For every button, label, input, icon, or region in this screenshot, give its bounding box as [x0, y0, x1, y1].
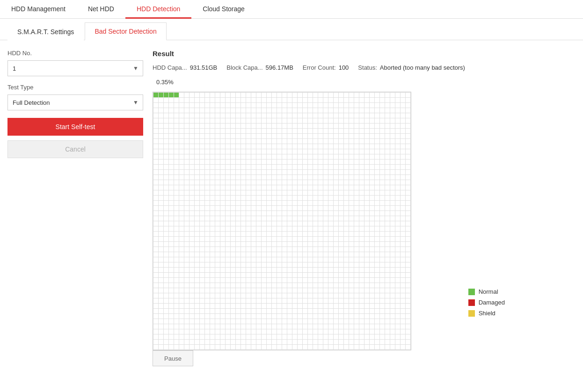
- grid-cell: [251, 149, 256, 154]
- grid-cell: [215, 232, 220, 236]
- grid-cell: [184, 190, 189, 195]
- grid-cell: [272, 103, 277, 108]
- nav-cloud-storage[interactable]: Cloud Storage: [191, 0, 256, 19]
- grid-cell: [267, 314, 271, 319]
- grid-cell: [334, 324, 338, 329]
- grid-cell: [174, 345, 179, 349]
- grid-cell: [359, 298, 364, 303]
- grid-cell: [256, 113, 261, 118]
- grid-cell: [277, 123, 282, 128]
- grid-cell: [267, 242, 271, 247]
- grid-cell: [179, 247, 184, 252]
- grid-cell: [153, 98, 158, 102]
- grid-cell: [246, 134, 251, 138]
- grid-cell: [308, 257, 313, 262]
- grid-cell: [354, 175, 359, 180]
- grid-cell: [159, 226, 163, 231]
- grid-cell: [267, 108, 271, 113]
- grid-cell: [298, 196, 302, 200]
- grid-cell: [328, 278, 333, 283]
- grid-cell: [153, 180, 158, 185]
- status-value: Aborted (too many bad sectors): [380, 64, 465, 71]
- grid-cell: [236, 324, 240, 329]
- grid-cell: [344, 180, 349, 185]
- main-content: HDD No. 1 2 3 ▼ Test Type Full Detection…: [0, 40, 583, 376]
- grid-cell: [370, 185, 374, 190]
- grid-cell: [153, 232, 158, 236]
- result-info-row: HDD Capa... 931.51GB Block Capa... 596.1…: [153, 64, 576, 71]
- grid-cell: [292, 175, 297, 180]
- hdd-no-select[interactable]: 1 2 3: [7, 60, 143, 76]
- grid-cell: [292, 118, 297, 123]
- grid-cell: [380, 211, 385, 216]
- grid-cell: [246, 144, 251, 149]
- grid-cell: [354, 211, 359, 216]
- grid-cell: [318, 226, 323, 231]
- grid-cell: [298, 278, 302, 283]
- grid-cell: [364, 113, 369, 118]
- nav-net-hdd[interactable]: Net HDD: [77, 0, 125, 19]
- grid-cell: [272, 340, 277, 344]
- grid-cell: [220, 93, 225, 97]
- grid-cell: [313, 221, 318, 226]
- grid-cell: [390, 324, 395, 329]
- grid-cell: [159, 257, 163, 262]
- grid-cell: [215, 93, 220, 97]
- grid-cell: [272, 185, 277, 190]
- grid-cell: [205, 237, 210, 241]
- grid-cell: [370, 123, 374, 128]
- grid-cell: [323, 98, 328, 102]
- grid-cell: [205, 304, 210, 308]
- grid-cell: [406, 108, 410, 113]
- grid-cell: [262, 206, 266, 211]
- grid-cell: [359, 226, 364, 231]
- cancel-button[interactable]: Cancel: [7, 140, 143, 158]
- grid-cell: [241, 247, 246, 252]
- grid-cell: [200, 201, 204, 205]
- grid-cell: [349, 329, 354, 334]
- nav-hdd-detection[interactable]: HDD Detection: [125, 0, 191, 19]
- grid-cell: [246, 93, 251, 97]
- grid-cell: [282, 273, 287, 277]
- grid-cell: [220, 144, 225, 149]
- grid-cell: [210, 232, 215, 236]
- start-self-test-button[interactable]: Start Self-test: [7, 118, 143, 136]
- grid-cell: [236, 165, 240, 169]
- grid-cell: [174, 257, 179, 262]
- grid-cell: [334, 288, 338, 293]
- grid-cell: [174, 93, 179, 97]
- grid-cell: [169, 334, 174, 339]
- grid-cell: [334, 304, 338, 308]
- grid-cell: [364, 340, 369, 344]
- pause-button[interactable]: Pause: [153, 350, 193, 366]
- left-panel: HDD No. 1 2 3 ▼ Test Type Full Detection…: [7, 50, 143, 366]
- grid-cell: [303, 170, 307, 174]
- grid-cell: [272, 149, 277, 154]
- grid-cell: [318, 293, 323, 298]
- tab-bad-sector-detection[interactable]: Bad Sector Detection: [85, 22, 166, 40]
- grid-cell: [323, 149, 328, 154]
- grid-cell: [395, 334, 400, 339]
- grid-cell: [205, 113, 210, 118]
- grid-cell: [313, 129, 318, 133]
- grid-cell: [298, 123, 302, 128]
- grid-cell: [241, 170, 246, 174]
- grid-cell: [159, 304, 163, 308]
- grid-cell: [236, 334, 240, 339]
- grid-cell: [303, 123, 307, 128]
- grid-cell: [164, 190, 168, 195]
- grid-cell: [159, 242, 163, 247]
- test-type-select[interactable]: Full Detection Key Area Detection: [7, 94, 143, 110]
- grid-cell: [256, 216, 261, 221]
- grid-cell: [328, 165, 333, 169]
- tab-smart-settings[interactable]: S.M.A.R.T. Settings: [7, 23, 84, 40]
- grid-cell: [241, 206, 246, 211]
- grid-cell: [174, 298, 179, 303]
- grid-cell: [169, 175, 174, 180]
- right-panel: Result HDD Capa... 931.51GB Block Capa..…: [153, 50, 576, 366]
- grid-cell: [251, 273, 256, 277]
- grid-cell: [220, 216, 225, 221]
- grid-cell: [184, 98, 189, 102]
- grid-cell: [205, 144, 210, 149]
- nav-hdd-management[interactable]: HDD Management: [0, 0, 77, 19]
